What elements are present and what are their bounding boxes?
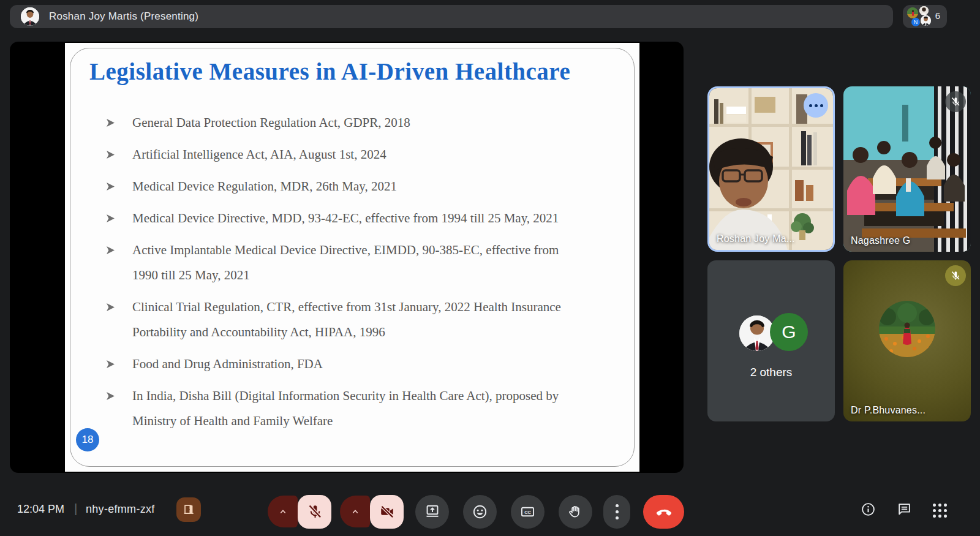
arrow-bullet-icon [107,151,115,159]
person-photo-icon [21,7,39,26]
camera-options-chevron[interactable] [340,496,370,527]
info-icon [861,502,876,517]
participant-mini-avatar: N [911,18,920,26]
call-controls: CC [268,494,684,529]
participant-avatar-letter: G [770,313,808,351]
door-icon [182,503,195,516]
avatar-letter: N [914,19,918,25]
meeting-code: nhy-efmm-zxf [86,503,155,516]
closed-captions-icon: CC [519,504,536,520]
participant-mini-avatar [921,15,931,26]
tile-name: 2 others [707,366,835,379]
slide-bullet: Medical Device Regulation, MDR, 26th May… [100,174,619,199]
chat-button[interactable] [897,502,912,519]
separator: | [74,501,77,516]
mic-mute-button[interactable] [298,495,331,529]
arrow-bullet-icon [107,119,115,127]
call-end-icon [655,502,673,521]
slide-page-number: 18 [76,428,99,451]
video-tile-2-others[interactable]: G 2 others [707,260,835,421]
mic-off-icon [950,96,961,107]
presenter-name: Roshan Joy Martis (Presenting) [49,10,198,23]
muted-mic-badge [945,91,966,112]
tile-name: Dr P.Bhuvanes... [851,405,925,416]
group-avatars: G [707,312,835,355]
present-screen-button[interactable] [415,495,449,529]
slide-bullet: General Data Protection Regulation Act, … [100,110,619,135]
video-tile-nagashree[interactable]: Nagashree G [843,86,971,252]
captions-button[interactable]: CC [511,495,545,529]
participant-mini-avatar [907,7,918,18]
reactions-button[interactable] [463,495,497,529]
tile-options-button[interactable] [804,93,828,118]
smiley-icon [472,504,488,520]
mic-control [268,495,331,529]
room-door-button[interactable] [176,497,201,522]
slide-bullet: Clinical Trial Regulation, CTR, effectiv… [100,295,619,345]
tile-name: Nagashree G [851,235,910,246]
svg-text:CC: CC [524,509,531,515]
end-call-button[interactable] [643,495,684,529]
presenter-banner: Roshan Joy Martis (Presenting) [10,5,893,28]
camera-off-button[interactable] [370,495,404,529]
slide-bullet: In India, Disha Bill (Digital Informatio… [100,383,619,434]
chevron-up-icon [350,507,360,516]
mic-off-icon [950,270,961,281]
muted-mic-badge [945,265,966,286]
arrow-bullet-icon [107,214,115,222]
video-tile-bhuvaneswari[interactable]: Dr P.Bhuvanes... [843,260,971,421]
more-options-button[interactable] [603,495,630,529]
hand-icon [567,504,584,520]
info-button[interactable] [861,502,876,519]
activities-grid-button[interactable] [933,504,948,518]
participant-count: 6 [935,10,940,21]
participants-counter[interactable]: N 6 [903,5,947,28]
shared-slide: Legislative Measures in AI-Driven Health… [65,43,639,472]
presentation-stage: Legislative Measures in AI-Driven Health… [10,42,684,473]
participant-mini-avatar [919,6,929,15]
chat-icon [897,502,912,517]
presenter-avatar [21,7,39,26]
slide-bullet: Artificial Intelligence Act, AIA, August… [100,142,619,167]
arrow-bullet-icon [107,360,115,368]
raise-hand-button[interactable] [559,495,592,529]
meeting-panels [861,502,948,519]
control-bar: 12:04 PM | nhy-efmm-zxf [0,483,980,536]
tile-name: Roshan Joy Ma... [717,233,795,244]
videocam-off-icon [379,504,395,519]
slide-bullet: Active Implantable Medical Device Direct… [100,238,619,288]
present-to-all-icon [424,504,440,519]
arrow-bullet-icon [107,246,115,254]
slide-bullet: Medical Device Directive, MDD, 93-42-EC,… [100,206,619,231]
arrow-bullet-icon [107,392,115,400]
slide-title: Legislative Measures in AI-Driven Health… [89,58,570,85]
arrow-bullet-icon [107,183,115,191]
video-tile-roshan[interactable]: Roshan Joy Ma... [707,86,835,252]
mic-options-chevron[interactable] [268,496,298,527]
clock: 12:04 PM [17,503,64,516]
camera-control [340,495,404,529]
participant-avatars-cluster: N [907,6,930,27]
mic-off-icon [307,504,323,519]
slide-bullet-list: General Data Protection Regulation Act, … [100,110,619,440]
chevron-up-icon [278,507,288,516]
arrow-bullet-icon [107,303,115,311]
participant-avatar [879,301,935,357]
slide-bullet: Food and Drug Administration, FDA [100,352,619,377]
